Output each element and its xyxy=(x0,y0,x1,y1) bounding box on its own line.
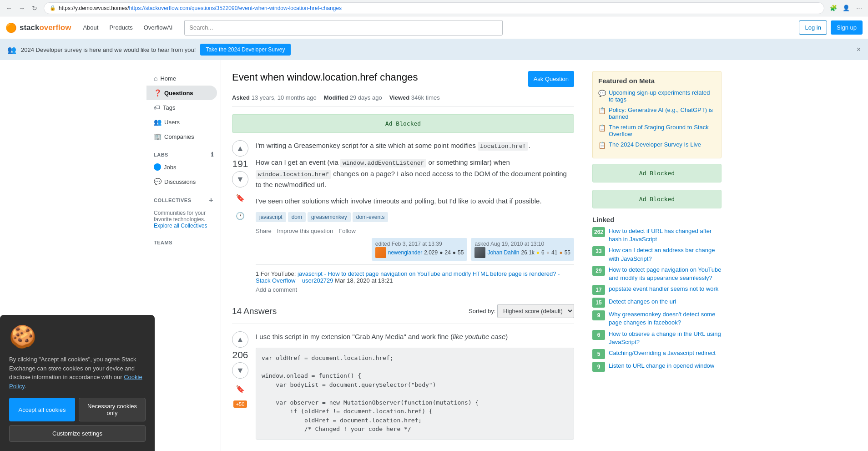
sidebar-item-users[interactable]: 👥 Users xyxy=(146,115,217,129)
answer-code: var oldHref = document.location.href; wi… xyxy=(262,354,568,434)
linked-count-4: 17 xyxy=(592,285,605,295)
linked-link-2[interactable]: How can I detect an address bar change w… xyxy=(609,246,722,263)
more-button[interactable]: ⋯ xyxy=(853,3,864,14)
tag-dom[interactable]: dom xyxy=(288,212,306,222)
sidebar-item-discussions[interactable]: 💬 Discussions xyxy=(146,174,217,189)
add-comment-link[interactable]: Add a comment xyxy=(256,286,297,293)
comment-1-text: For YouTube: xyxy=(261,270,296,277)
asker-name[interactable]: Johan Dahlin xyxy=(487,249,519,256)
extensions-button[interactable]: 🧩 xyxy=(828,3,839,14)
necessary-cookies-button[interactable]: Necessary cookies only xyxy=(79,398,146,421)
so-logo[interactable]: 🟠 stackoverflow xyxy=(5,22,71,33)
editor-name[interactable]: newenglander xyxy=(388,249,422,256)
ask-question-button[interactable]: Ask Question xyxy=(528,71,574,87)
linked-link-9[interactable]: Listen to URL change in opened window xyxy=(609,362,714,370)
ad-blocked-banner: Ad Blocked xyxy=(232,114,574,133)
meta-link-4[interactable]: The 2024 Developer Survey Is Live xyxy=(609,141,701,148)
survey-close-button[interactable]: × xyxy=(857,46,861,54)
linked-count-3: 29 xyxy=(592,266,605,276)
sidebar-label-jobs: Jobs xyxy=(164,164,176,171)
add-collective-button[interactable]: + xyxy=(209,196,213,204)
sort-select[interactable]: Highest score (default) xyxy=(497,304,574,318)
linked-link-6[interactable]: Why greasemonkey doesn't detect some pag… xyxy=(609,310,722,327)
bookmark-button[interactable]: 🔖 xyxy=(232,189,248,206)
upvote-button[interactable]: ▲ xyxy=(232,140,248,157)
linked-link-7[interactable]: How to observe a change in the URL using… xyxy=(609,330,722,346)
improve-link[interactable]: Improve this question xyxy=(277,228,333,234)
sidebar-item-jobs[interactable]: Jobs xyxy=(146,160,217,174)
jobs-icon xyxy=(154,163,161,171)
answer-upvote-button[interactable]: ▲ xyxy=(232,331,248,348)
profile-button[interactable]: 👤 xyxy=(841,3,852,14)
linked-count-5: 15 xyxy=(592,298,605,308)
cookie-icon: 🍪 xyxy=(9,324,146,350)
tag-greasemonkey[interactable]: greasemonkey xyxy=(308,212,351,222)
linked-link-5[interactable]: Detect changes on the url xyxy=(609,298,676,306)
linked-count-7: 6 xyxy=(592,330,605,340)
forward-button[interactable]: → xyxy=(16,3,27,14)
login-button[interactable]: Log in xyxy=(799,20,827,35)
asker-badge1: 6 xyxy=(541,249,545,256)
follow-link[interactable]: Follow xyxy=(338,228,356,234)
back-button[interactable]: ← xyxy=(4,3,15,14)
meta-link-2[interactable]: Policy: Generative AI (e.g., ChatGPT) is… xyxy=(609,106,716,120)
header-actions: Log in Sign up xyxy=(799,20,863,35)
sidebar-item-tags[interactable]: 🏷 Tags xyxy=(146,100,217,115)
editor-badge1: 24 xyxy=(444,249,450,256)
comment-1-link[interactable]: javascript - How to detect page navigati… xyxy=(256,270,560,284)
modified-label: Modified xyxy=(324,94,348,101)
nav-products[interactable]: Products xyxy=(105,21,137,34)
survey-button[interactable]: Take the 2024 Developer Survey xyxy=(200,44,290,56)
linked-link-4[interactable]: popstate event handler seems not to work xyxy=(609,285,718,293)
collectives-label: COLLECTIVES xyxy=(154,198,192,203)
sidebar-item-companies[interactable]: 🏢 Companies xyxy=(146,129,217,144)
linked-title: Linked xyxy=(592,216,722,223)
signup-button[interactable]: Sign up xyxy=(831,20,863,35)
answer-downvote-button[interactable]: ▼ xyxy=(232,362,248,379)
cookie-banner: 🍪 By clicking "Accept all cookies", you … xyxy=(0,315,155,451)
sidebar-item-questions[interactable]: ❓ Questions xyxy=(146,86,217,100)
meta-link-3[interactable]: The return of Staging Ground to Stack Ov… xyxy=(609,124,716,137)
survey-icon: 👥 xyxy=(7,46,16,54)
tags-icon: 🏷 xyxy=(154,104,160,111)
accept-all-cookies-button[interactable]: Accept all cookies xyxy=(9,398,75,421)
nav-about[interactable]: About xyxy=(78,21,103,34)
search-input[interactable] xyxy=(184,20,503,35)
address-bar[interactable]: 🔒 https://y.demo.wvusd.homes/https://sta… xyxy=(44,2,824,14)
meta-item-4: 📋 The 2024 Developer Survey Is Live xyxy=(598,141,716,149)
content-area: Event when window.location.href changes … xyxy=(221,60,585,451)
tags-row: javascript dom greasemonkey dom-events xyxy=(256,212,574,222)
customize-settings-button[interactable]: Customize settings xyxy=(9,425,146,442)
history-button[interactable]: 🕐 xyxy=(232,208,248,224)
asker-avatar xyxy=(474,247,485,258)
linked-count-6: 9 xyxy=(592,310,605,320)
share-link[interactable]: Share xyxy=(256,228,272,234)
collectives-description: Communities for your favorite technologi… xyxy=(146,206,221,233)
linked-section: Linked 262 How to detect if URL has chan… xyxy=(592,216,722,372)
asked-text: asked Aug 19, 2010 at 13:10 xyxy=(474,241,544,247)
linked-link-8[interactable]: Catching/Overriding a Javascript redirec… xyxy=(609,349,716,357)
linked-count-8: 5 xyxy=(592,349,605,359)
viewed-label: Viewed xyxy=(389,94,410,101)
reload-button[interactable]: ↻ xyxy=(29,3,40,14)
code-location-href: location.href xyxy=(478,142,528,151)
sidebar-item-home[interactable]: ⌂ Home xyxy=(146,71,217,86)
sidebar-label-companies: Companies xyxy=(164,133,194,140)
asked-time: 13 years, 10 months ago xyxy=(252,94,317,101)
linked-link-3[interactable]: How to detect page navigation on YouTube… xyxy=(609,266,722,282)
meta-link-1[interactable]: Upcoming sign-up experiments related to … xyxy=(609,89,716,103)
downvote-button[interactable]: ▼ xyxy=(232,171,248,187)
nav-overflow-ai[interactable]: OverflowAI xyxy=(139,21,177,34)
labs-info-icon: ℹ xyxy=(211,151,214,158)
question-meta: Asked 13 years, 10 months ago Modified 2… xyxy=(232,94,574,107)
linked-link-1[interactable]: How to detect if URL has changed after h… xyxy=(609,227,722,243)
comment-1-user[interactable]: user202729 xyxy=(302,277,333,284)
tag-dom-events[interactable]: dom-events xyxy=(353,212,389,222)
linked-item-5: 15 Detect changes on the url xyxy=(592,298,722,308)
tag-javascript[interactable]: javascript xyxy=(256,212,286,222)
explore-collectives-link[interactable]: Explore all Collectives xyxy=(154,223,207,229)
editor-avatar xyxy=(375,247,386,258)
answer-bookmark-button[interactable]: 🔖 xyxy=(232,380,248,397)
viewed-count: 346k times xyxy=(411,94,440,101)
home-icon: ⌂ xyxy=(154,75,157,82)
